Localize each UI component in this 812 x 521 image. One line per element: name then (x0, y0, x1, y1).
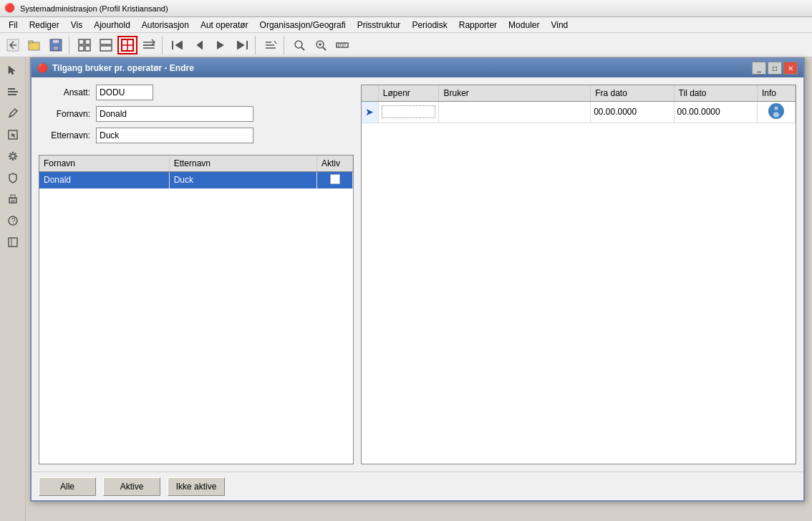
svg-point-49 (14, 158, 16, 159)
alle-button[interactable]: Alle (39, 477, 96, 496)
form-row-etternavn: Etternavn: (39, 128, 354, 143)
col-fornavn: Fornavn (39, 156, 169, 171)
menu-rediger[interactable]: Rediger (24, 19, 65, 32)
menu-rapporter[interactable]: Rapporter (453, 19, 503, 32)
svg-text:?: ? (11, 217, 16, 225)
svg-rect-31 (337, 43, 348, 47)
sidebar-print-btn[interactable] (3, 189, 23, 209)
grid-lopenr-cell[interactable] (378, 101, 439, 123)
main-area: ? 🔴 Tilgang bruker pr. operatør - Endre … (0, 57, 812, 521)
form-row-fornavn: Fornavn: (39, 106, 354, 122)
sidebar-select-btn[interactable] (3, 125, 23, 145)
app-title: Systemadministrasjon (Profil Kristiansan… (20, 4, 808, 13)
toolbar-save-btn[interactable] (46, 36, 66, 54)
sidebar-edit-btn[interactable] (3, 82, 23, 102)
svg-point-46 (8, 156, 9, 157)
person-table-row[interactable]: Donald Duck (39, 171, 353, 188)
svg-rect-8 (79, 46, 84, 51)
svg-point-48 (9, 153, 11, 154)
svg-rect-1 (29, 42, 39, 50)
col-indicator (362, 85, 378, 101)
toolbar-play-btn[interactable] (211, 36, 231, 54)
toolbar-search2-btn[interactable] (311, 36, 331, 54)
dialog-body: Ansatt: Fornavn: Etternavn: (32, 77, 803, 472)
toolbar-grid3-btn[interactable] (117, 36, 137, 54)
sidebar-gear-btn[interactable] (3, 146, 23, 166)
toolbar-grid1-btn[interactable] (74, 36, 95, 54)
toolbar-grid4-btn[interactable] (139, 36, 159, 54)
ansatt-label: Ansatt: (39, 87, 96, 97)
etternavn-label: Etternavn: (39, 130, 96, 140)
menu-autorisasjon[interactable]: Autorisasjon (136, 19, 195, 32)
toolbar-back-btn[interactable] (3, 36, 23, 54)
svg-rect-2 (29, 41, 33, 43)
form-panel: Ansatt: Fornavn: Etternavn: (39, 85, 354, 464)
person-table-container: Fornavn Etternavn Aktiv Donald Duck (39, 155, 354, 464)
ansatt-input[interactable] (96, 85, 153, 100)
toolbar-folder-btn[interactable] (24, 36, 44, 54)
svg-rect-37 (8, 88, 15, 90)
grid-til-dato-cell: 00.00.0000 (674, 101, 757, 123)
svg-rect-6 (79, 39, 84, 44)
dialog-maximize-btn[interactable]: □ (768, 62, 782, 75)
svg-point-43 (11, 154, 15, 158)
toolbar-ruler-btn[interactable] (332, 36, 352, 54)
sidebar-pen-btn[interactable] (3, 103, 23, 123)
toolbar-sort-btn[interactable] (261, 36, 281, 54)
toolbar-sep-2 (162, 36, 165, 54)
toolbar-prev-btn[interactable] (189, 36, 209, 54)
dialog-title: Tilgang bruker pr. operatør - Endre (52, 63, 752, 73)
svg-rect-58 (9, 238, 17, 247)
svg-point-25 (295, 41, 302, 48)
menu-vind[interactable]: Vind (545, 19, 574, 32)
toolbar-first-btn[interactable] (168, 36, 188, 54)
svg-point-44 (11, 152, 13, 153)
dialog-minimize-btn[interactable]: _ (752, 62, 766, 75)
svg-point-45 (11, 159, 13, 161)
svg-rect-9 (85, 46, 90, 51)
form-row-ansatt: Ansatt: (39, 85, 354, 100)
dialog-window: 🔴 Tilgang bruker pr. operatør - Endre _ … (30, 57, 805, 502)
fornavn-input[interactable] (96, 106, 253, 122)
menu-ajourhold[interactable]: Ajourhold (88, 19, 136, 32)
menu-prisstruktur[interactable]: Prisstruktur (352, 19, 407, 32)
grid-table-row: ➤ 00.00.0000 00.00.0000 (362, 101, 796, 123)
toolbar-grid2-btn[interactable] (96, 36, 116, 54)
title-bar: 🔴 Systemadministrasjon (Profil Kristians… (0, 0, 812, 17)
toolbar-last-btn[interactable] (232, 36, 252, 54)
menu-bar: Fil Rediger Vis Ajourhold Autorisasjon A… (0, 17, 812, 33)
col-bruker: Bruker (439, 85, 591, 101)
sidebar-cursor-btn[interactable] (3, 60, 23, 80)
toolbar-sep-3 (255, 36, 258, 54)
menu-moduler[interactable]: Moduler (503, 19, 545, 32)
svg-rect-10 (100, 39, 112, 44)
sidebar-book-btn[interactable] (3, 232, 23, 252)
dialog-close-btn[interactable]: ✕ (783, 62, 798, 75)
svg-line-28 (323, 47, 326, 50)
svg-marker-42 (11, 133, 16, 138)
grid-info-cell (758, 101, 796, 123)
aktive-button[interactable]: Aktive (103, 477, 160, 496)
toolbar-search1-btn[interactable] (289, 36, 309, 54)
sidebar-shield-btn[interactable] (3, 168, 23, 188)
etternavn-input[interactable] (96, 128, 253, 143)
menu-vis[interactable]: Vis (65, 19, 88, 32)
info-person-icon[interactable] (768, 103, 784, 119)
aktiv-checkbox[interactable] (330, 174, 340, 184)
left-sidebar: ? (0, 57, 26, 521)
svg-point-63 (773, 112, 779, 117)
col-fra-dato: Fra dato (591, 85, 674, 101)
toolbar-sep-1 (69, 36, 72, 54)
col-etternavn: Etternavn (169, 156, 316, 171)
sidebar-help-btn[interactable]: ? (3, 211, 23, 231)
menu-fil[interactable]: Fil (3, 19, 24, 32)
svg-point-62 (775, 106, 778, 110)
menu-org-geo[interactable]: Organisasjon/Geografi (254, 19, 352, 32)
ikke-aktive-button[interactable]: Ikke aktive (168, 477, 225, 496)
svg-line-26 (301, 47, 304, 50)
menu-aut-operator[interactable]: Aut operatør (195, 19, 254, 32)
grid-container: Løpenr Bruker Fra dato Til dato Info ➤ (361, 85, 796, 464)
menu-periodisk[interactable]: Periodisk (406, 19, 453, 32)
lopenr-field[interactable] (382, 105, 436, 118)
col-aktiv: Aktiv (317, 156, 353, 171)
